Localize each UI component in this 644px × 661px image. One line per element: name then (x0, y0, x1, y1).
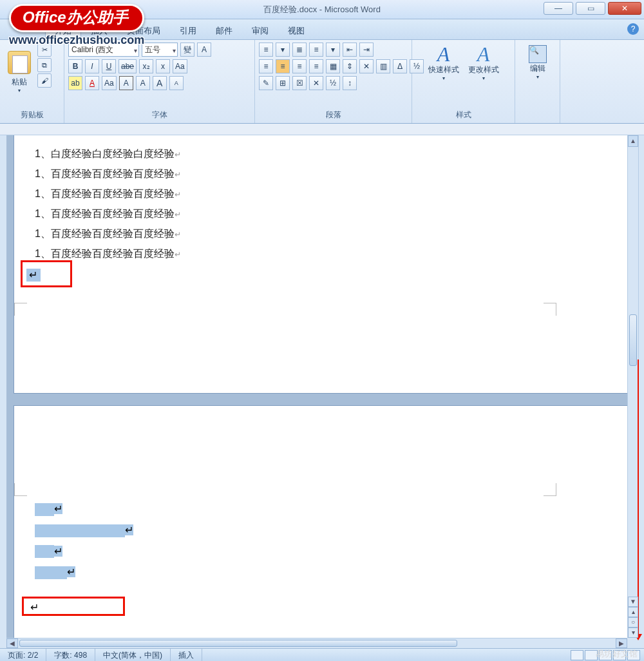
text-line[interactable]: 1、百度经验百度经验百度经验↵ (35, 244, 618, 264)
decrease-indent-button[interactable]: ⇤ (343, 43, 357, 57)
watermark-text: 易坊好文馆 (596, 648, 638, 660)
annotation-box-1: ↵ (21, 260, 72, 287)
scroll-track[interactable] (628, 147, 638, 597)
horizontal-scrollbar[interactable]: ◀ ▶ (6, 638, 627, 648)
justify-button[interactable]: ≡ (309, 59, 323, 73)
char-border-button[interactable]: A (119, 76, 133, 90)
browse-object-button[interactable]: ○ (628, 617, 638, 627)
format-painter-button[interactable]: 🖌 (37, 73, 52, 88)
group-font: Calibri (西文 五号 變 A B I U abe x₂ x Aa ab … (64, 40, 255, 123)
para-btn-f[interactable]: ↕ (343, 76, 357, 90)
group-font-label: 字体 (68, 108, 251, 122)
increase-indent-button[interactable]: ⇥ (359, 43, 374, 57)
status-words[interactable]: 字数: 498 (46, 649, 95, 661)
bullets-button[interactable]: ≡ (259, 43, 273, 57)
group-clipboard-label: 剪贴板 (4, 108, 60, 122)
clear-format-button[interactable]: A (197, 43, 211, 57)
line-spacing-button[interactable]: ⇕ (343, 59, 357, 73)
text-line[interactable]: 1、白度经验白度经验白度经验↵ (35, 144, 618, 164)
scroll-up-button[interactable]: ▲ (628, 135, 638, 147)
hscroll-thumb[interactable] (19, 640, 457, 647)
close-button[interactable]: ✕ (608, 2, 641, 15)
para-btn-e[interactable]: ½ (326, 76, 340, 90)
change-styles-icon: A (477, 44, 490, 64)
status-language[interactable]: 中文(简体，中国) (95, 649, 171, 661)
borders-button[interactable]: ▥ (376, 59, 390, 73)
para-btn-a[interactable]: ✎ (259, 76, 273, 90)
help-icon[interactable]: ? (627, 23, 639, 35)
status-bar: 页面: 2/2 字数: 498 中文(简体，中国) 插入 (0, 648, 644, 661)
paste-button[interactable]: 粘贴 ▾ (4, 43, 35, 102)
vertical-scrollbar[interactable]: ▲ ▼ ▴ ○ ▾ (627, 135, 639, 638)
hscroll-track[interactable] (18, 638, 616, 648)
group-paragraph: ≡ ▾ ≣ ≡ ▾ ⇤ ⇥ ≡ ≡ ≡ ≡ ▦ ⇕ ✕ ▥ ᐃ ½ ✎ (255, 40, 412, 123)
scroll-left-button[interactable]: ◀ (6, 638, 18, 648)
change-case-button[interactable]: 變 (180, 43, 194, 57)
font-size-combo[interactable]: 五号 (142, 43, 178, 57)
phonetic-button[interactable]: Aa (173, 59, 187, 73)
tab-mailings[interactable]: 邮件 (206, 21, 242, 39)
para-btn-d[interactable]: ✕ (309, 76, 323, 90)
find-icon: 🔍 (529, 45, 547, 63)
ruler[interactable] (0, 124, 644, 135)
para-btn-b[interactable]: ⊞ (276, 76, 290, 90)
page-1[interactable]: 1、白度经验白度经验白度经验↵ 1、百度经验百度经验百度经验↵ 1、百度经验百度… (14, 135, 627, 393)
quick-styles-button[interactable]: A 快速样式 ▾ (427, 43, 460, 82)
multilevel-button[interactable]: ≡ (309, 43, 323, 57)
sort-button[interactable]: ᐃ (393, 59, 407, 73)
page-2[interactable]: ↵ ↵ ↵ ↵ ↵ (14, 406, 627, 638)
tab-references[interactable]: 引用 (170, 21, 206, 39)
align-left-button[interactable]: ≡ (259, 59, 273, 73)
prev-page-button[interactable]: ▴ (628, 607, 638, 617)
highlight-button[interactable]: ab (68, 76, 82, 90)
italic-button[interactable]: I (85, 59, 99, 73)
scroll-thumb[interactable] (629, 314, 637, 366)
scroll-right-button[interactable]: ▶ (616, 638, 627, 648)
align-center-button[interactable]: ≡ (276, 59, 290, 73)
brand-badge: Office办公助手 (9, 4, 144, 32)
scroll-down-button[interactable]: ▼ (628, 597, 638, 607)
font-color-button[interactable]: A (85, 76, 99, 90)
bold-button[interactable]: B (68, 59, 82, 73)
editing-button[interactable]: 🔍 编辑 ▾ (521, 43, 554, 82)
status-mode[interactable]: 插入 (171, 649, 202, 661)
superscript-button[interactable]: x (156, 59, 170, 73)
underline-button[interactable]: U (102, 59, 116, 73)
para-btn-c[interactable]: ☒ (292, 76, 307, 90)
group-clipboard: 粘贴 ▾ ✂ ⧉ 🖌 剪贴板 (0, 40, 64, 123)
print-layout-view-button[interactable] (571, 650, 583, 660)
group-editing-label (519, 119, 556, 122)
maximize-button[interactable]: ▭ (576, 2, 605, 15)
text-line[interactable]: 1、百度经验百度经验百度经验↵ (35, 184, 618, 204)
multilevel-menu[interactable]: ▾ (326, 43, 340, 57)
grow-font-button[interactable]: A (153, 76, 167, 90)
text-line[interactable]: 1、百度经验百度经验百度经验↵ (35, 224, 618, 244)
subscript-button[interactable]: x₂ (139, 59, 153, 73)
minimize-button[interactable]: — (544, 2, 573, 15)
margin-corner (14, 483, 27, 496)
bullets-menu[interactable]: ▾ (276, 43, 290, 57)
shading-button[interactable]: ✕ (359, 59, 374, 73)
copy-button[interactable]: ⧉ (37, 58, 52, 72)
quick-styles-icon: A (437, 44, 450, 64)
char-scale-button[interactable]: Aa (102, 76, 117, 90)
next-page-button[interactable]: ▾ (628, 627, 638, 638)
shrink-font-button[interactable]: A (169, 76, 184, 90)
strikethrough-button[interactable]: abe (118, 59, 137, 73)
selected-mark: ↵ (26, 269, 41, 282)
ribbon: 粘贴 ▾ ✂ ⧉ 🖌 剪贴板 Calibri (西文 五号 變 A B I U (0, 40, 644, 124)
status-page[interactable]: 页面: 2/2 (0, 649, 46, 661)
tab-view[interactable]: 视图 (278, 21, 314, 39)
text-line[interactable]: 1、百度经验百度经验百度经验↵ (35, 204, 618, 224)
distributed-button[interactable]: ▦ (326, 59, 340, 73)
text-line[interactable]: 1、百度经验百度经验百度经验↵ (35, 164, 618, 184)
annotation-arrow (638, 359, 639, 637)
char-shading-button[interactable]: A (136, 76, 150, 90)
document-area[interactable]: 1、白度经验白度经验白度经验↵ 1、百度经验百度经验百度经验↵ 1、百度经验百度… (6, 135, 627, 638)
selected-blank-line (35, 503, 54, 516)
numbering-button[interactable]: ≣ (292, 43, 307, 57)
align-right-button[interactable]: ≡ (292, 59, 307, 73)
paste-label: 粘贴 (12, 77, 27, 88)
change-styles-button[interactable]: A 更改样式 ▾ (467, 43, 500, 82)
tab-review[interactable]: 审阅 (242, 21, 278, 39)
